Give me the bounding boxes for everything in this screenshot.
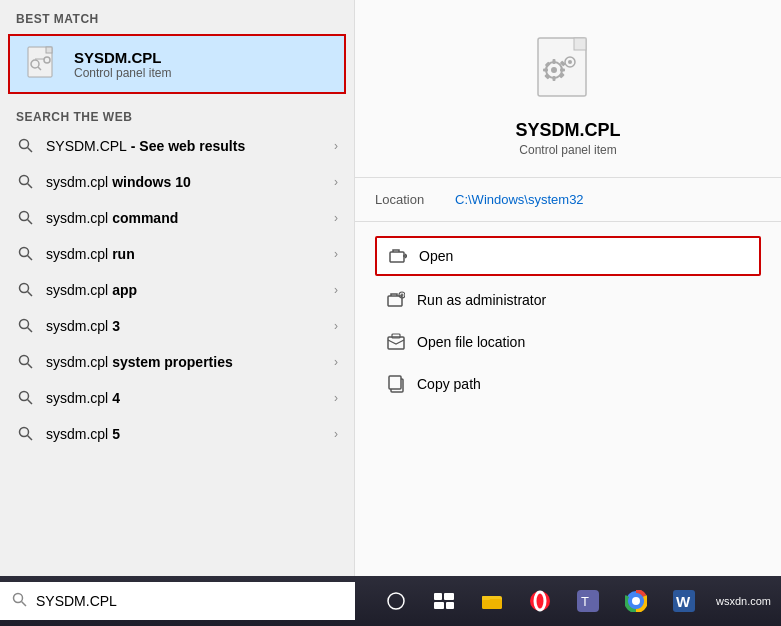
list-item[interactable]: sysdm.cpl 3 › (0, 308, 354, 344)
svg-line-10 (28, 184, 33, 189)
taskbar-explorer-icon[interactable] (475, 584, 509, 618)
search-results-list: SYSDM.CPL - See web results › sysdm.cpl … (0, 128, 354, 576)
svg-line-12 (28, 220, 33, 225)
list-item[interactable]: sysdm.cpl windows 10 › (0, 164, 354, 200)
location-row: Location C:\Windows\system32 (355, 192, 781, 207)
result-text: sysdm.cpl system properties (46, 354, 334, 370)
search-icon (16, 388, 36, 408)
svg-line-14 (28, 256, 33, 261)
main-area: Best match SYSDM.CPL (0, 0, 781, 576)
search-icon (16, 316, 36, 336)
open-file-location-button[interactable]: Open file location (375, 324, 761, 360)
open-file-location-label: Open file location (417, 334, 525, 350)
search-icon (16, 136, 36, 156)
copy-path-label: Copy path (417, 376, 481, 392)
svg-rect-33 (560, 69, 565, 72)
list-item[interactable]: SYSDM.CPL - See web results › (0, 128, 354, 164)
svg-line-20 (28, 364, 33, 369)
svg-rect-30 (553, 59, 556, 64)
result-text: sysdm.cpl app (46, 282, 334, 298)
arrow-icon: › (334, 391, 338, 405)
list-item[interactable]: sysdm.cpl command › (0, 200, 354, 236)
list-item[interactable]: sysdm.cpl app › (0, 272, 354, 308)
search-icon (16, 208, 36, 228)
svg-line-24 (28, 436, 33, 441)
svg-point-15 (20, 284, 29, 293)
taskbar-teams-icon[interactable]: T (571, 584, 605, 618)
taskbar-icons: T W (355, 584, 716, 618)
svg-point-50 (14, 593, 23, 602)
arrow-icon: › (334, 175, 338, 189)
divider (355, 177, 781, 178)
divider2 (355, 221, 781, 222)
result-text: sysdm.cpl windows 10 (46, 174, 334, 190)
open-button[interactable]: Open (375, 236, 761, 276)
run-as-admin-label: Run as administrator (417, 292, 546, 308)
arrow-icon: › (334, 427, 338, 441)
taskbar-search-input[interactable] (36, 593, 343, 609)
result-text: sysdm.cpl 3 (46, 318, 334, 334)
arrow-icon: › (334, 247, 338, 261)
arrow-icon: › (334, 355, 338, 369)
svg-point-9 (20, 176, 29, 185)
arrow-icon: › (334, 319, 338, 333)
result-text: sysdm.cpl 5 (46, 426, 334, 442)
taskbar-opera-icon[interactable] (523, 584, 557, 618)
run-as-admin-button[interactable]: Run as administrator (375, 282, 761, 318)
taskbar: T W wsxdn.com (0, 576, 781, 626)
svg-point-65 (632, 597, 640, 605)
svg-point-21 (20, 392, 29, 401)
svg-point-7 (20, 140, 29, 149)
svg-text:W: W (676, 593, 691, 610)
svg-point-23 (20, 428, 29, 437)
search-icon (16, 244, 36, 264)
search-icon (16, 352, 36, 372)
taskbar-word-icon[interactable]: W (667, 584, 701, 618)
taskbar-start-icon[interactable] (379, 584, 413, 618)
svg-point-17 (20, 320, 29, 329)
open-file-location-icon (385, 331, 407, 353)
app-subtitle: Control panel item (519, 143, 616, 157)
svg-rect-40 (390, 252, 404, 262)
result-text: sysdm.cpl run (46, 246, 334, 262)
list-item[interactable]: sysdm.cpl run › (0, 236, 354, 272)
location-value[interactable]: C:\Windows\system32 (455, 192, 584, 207)
taskbar-search-icon (12, 592, 28, 611)
best-match-text: SYSDM.CPL Control panel item (74, 49, 171, 80)
taskbar-clock: wsxdn.com (716, 595, 781, 607)
list-item[interactable]: sysdm.cpl 4 › (0, 380, 354, 416)
app-title: SYSDM.CPL (515, 120, 620, 141)
svg-rect-27 (574, 38, 586, 50)
search-icon (16, 424, 36, 444)
svg-rect-49 (389, 376, 401, 389)
taskbar-chrome-icon[interactable] (619, 584, 653, 618)
svg-text:T: T (581, 594, 589, 609)
svg-rect-56 (446, 602, 454, 609)
open-icon (387, 245, 409, 267)
svg-rect-53 (434, 593, 442, 600)
list-item[interactable]: sysdm.cpl system properties › (0, 344, 354, 380)
svg-rect-2 (46, 47, 52, 53)
best-match-title: SYSDM.CPL (74, 49, 171, 66)
taskbar-view-icon[interactable] (427, 584, 461, 618)
app-container: Best match SYSDM.CPL (0, 0, 781, 626)
best-match-item[interactable]: SYSDM.CPL Control panel item (8, 34, 346, 94)
svg-line-18 (28, 328, 33, 333)
list-item[interactable]: sysdm.cpl 5 › (0, 416, 354, 452)
svg-rect-54 (444, 593, 454, 600)
open-label: Open (419, 248, 453, 264)
svg-line-51 (22, 601, 27, 606)
svg-rect-55 (434, 602, 444, 609)
svg-point-39 (568, 60, 572, 64)
app-icon (528, 30, 608, 110)
arrow-icon: › (334, 139, 338, 153)
search-icon (16, 280, 36, 300)
best-match-subtitle: Control panel item (74, 66, 171, 80)
copy-path-button[interactable]: Copy path (375, 366, 761, 402)
taskbar-search-box[interactable] (0, 582, 355, 620)
result-text: sysdm.cpl 4 (46, 390, 334, 406)
result-text: SYSDM.CPL - See web results (46, 138, 334, 154)
svg-rect-59 (482, 596, 490, 600)
svg-line-16 (28, 292, 33, 297)
svg-point-13 (20, 248, 29, 257)
